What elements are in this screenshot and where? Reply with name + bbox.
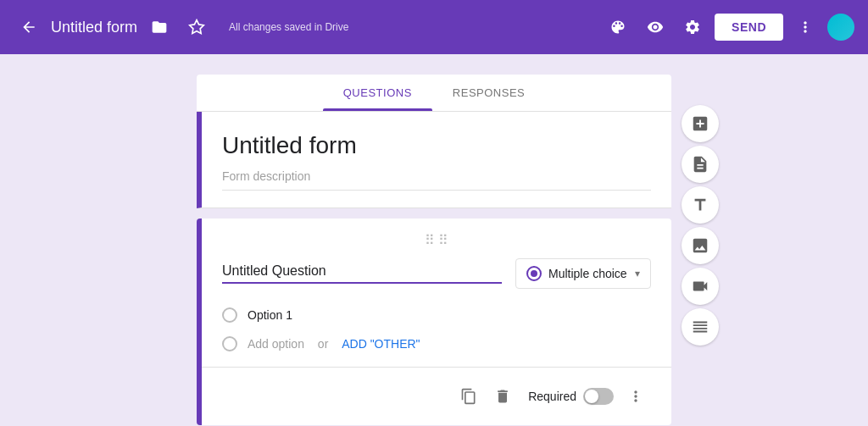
add-section-button[interactable] — [682, 308, 719, 346]
star-button[interactable] — [181, 12, 212, 42]
form-title-card: Untitled form Form description — [197, 112, 671, 208]
add-option-text[interactable]: Add option — [248, 337, 304, 351]
required-label: Required — [528, 390, 576, 403]
preview-button[interactable] — [640, 12, 670, 42]
question-header: Multiple choice ▾ — [222, 258, 651, 289]
topbar-left: Untitled form All changes saved in Drive — [14, 12, 596, 42]
add-other-link[interactable]: ADD "OTHER" — [342, 337, 420, 351]
form-container: QUESTIONS RESPONSES Untitled form Form d… — [197, 75, 671, 406]
add-image-button[interactable] — [682, 227, 719, 264]
app-title: Untitled form — [51, 19, 137, 36]
more-options-question-button[interactable] — [620, 381, 651, 412]
add-question-button[interactable] — [682, 105, 719, 142]
radio-empty-icon — [222, 307, 237, 323]
tabs-bar: QUESTIONS RESPONSES — [197, 75, 671, 112]
drag-handle[interactable]: ⠿ ⠿ — [222, 232, 651, 248]
add-video-button[interactable] — [682, 268, 719, 305]
dropdown-arrow-icon: ▾ — [635, 268, 640, 279]
settings-button[interactable] — [677, 12, 708, 42]
more-options-button[interactable] — [790, 12, 821, 42]
option-row: Option 1 — [222, 302, 651, 328]
main-content: QUESTIONS RESPONSES Untitled form Form d… — [0, 54, 868, 426]
right-toolbar — [682, 105, 719, 346]
add-title-button[interactable] — [682, 186, 719, 224]
topbar: Untitled form All changes saved in Drive — [0, 0, 868, 54]
form-description[interactable]: Form description — [222, 169, 651, 191]
toggle-knob — [585, 390, 598, 403]
question-title-input[interactable] — [222, 263, 502, 284]
question-type-dropdown[interactable]: Multiple choice ▾ — [515, 258, 651, 289]
import-questions-button[interactable] — [682, 146, 719, 183]
radio-inner — [531, 270, 537, 277]
option-1-label[interactable]: Option 1 — [248, 308, 292, 322]
topbar-right: SEND — [603, 12, 854, 42]
tab-responses[interactable]: RESPONSES — [432, 75, 545, 111]
radio-filled-icon — [526, 266, 542, 281]
question-type-label: Multiple choice — [548, 267, 628, 280]
add-option-radio-icon — [222, 336, 237, 351]
card-footer: Required — [222, 378, 651, 412]
user-avatar[interactable] — [827, 14, 854, 41]
svg-marker-0 — [190, 20, 204, 34]
autosave-status: All changes saved in Drive — [229, 21, 348, 33]
palette-button[interactable] — [603, 12, 633, 42]
send-button[interactable]: SEND — [715, 14, 783, 41]
required-toggle[interactable] — [583, 388, 614, 405]
question-card: ⠿ ⠿ Multiple choice ▾ Option 1 A — [197, 219, 671, 425]
form-title[interactable]: Untitled form — [222, 132, 651, 159]
card-divider — [202, 367, 671, 368]
delete-button[interactable] — [487, 381, 518, 412]
or-text: or — [314, 337, 331, 351]
add-option-row: Add option or ADD "OTHER" — [222, 331, 651, 357]
folder-button[interactable] — [144, 12, 175, 42]
tab-questions[interactable]: QUESTIONS — [323, 75, 432, 111]
duplicate-button[interactable] — [453, 381, 484, 412]
back-button[interactable] — [14, 12, 44, 42]
